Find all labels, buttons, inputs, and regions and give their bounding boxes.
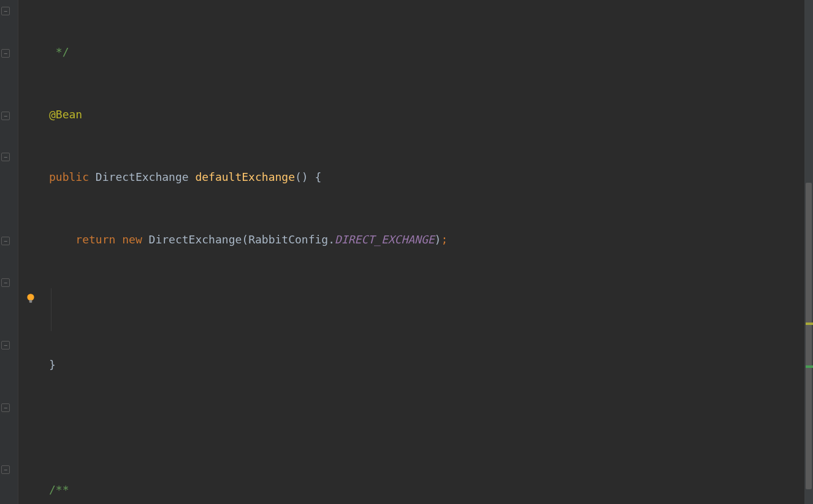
fold-toggle[interactable]: − (1, 49, 10, 58)
fold-toggle[interactable]: − (1, 465, 10, 474)
gutter: −−−−−−−−− (0, 0, 18, 504)
fold-toggle[interactable]: − (1, 341, 10, 349)
annotation: @Bean (49, 104, 82, 125)
indent-guide (51, 288, 52, 331)
javadoc-start: /** (49, 479, 69, 500)
scrollbar-thumb[interactable] (806, 183, 812, 489)
svg-rect-1 (29, 300, 32, 303)
fold-toggle[interactable]: − (1, 7, 10, 15)
fold-toggle[interactable]: − (1, 278, 10, 287)
svg-point-0 (27, 294, 34, 300)
code-line: return new DirectExchange(RabbitConfig.D… (49, 229, 813, 250)
warning-marker[interactable] (806, 323, 813, 325)
fold-toggle[interactable]: − (1, 403, 10, 412)
close-brace: } (49, 354, 56, 375)
fold-toggle[interactable]: − (1, 153, 10, 161)
vertical-scrollbar[interactable] (804, 0, 813, 504)
fold-toggle[interactable]: − (1, 112, 10, 120)
ok-marker[interactable] (806, 365, 813, 368)
fold-toggle[interactable]: − (1, 237, 10, 245)
intention-bulb-icon[interactable] (25, 293, 36, 304)
code-line: public DirectExchange defaultExchange() … (49, 167, 813, 188)
code-editor[interactable]: */ @Bean public DirectExchange defaultEx… (18, 0, 813, 504)
code-text: */ (49, 42, 69, 63)
